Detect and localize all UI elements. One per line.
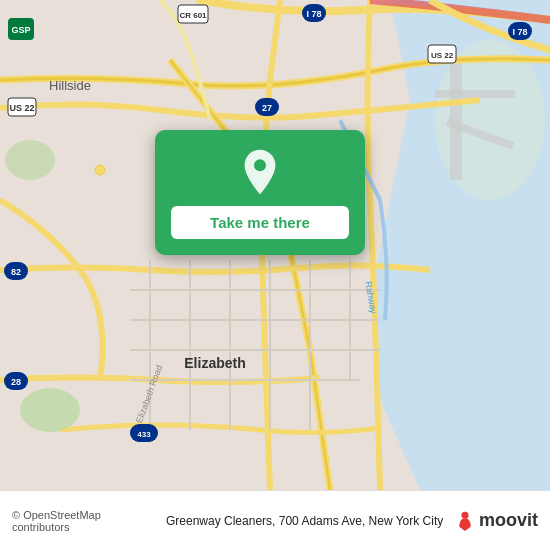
- svg-text:433: 433: [137, 430, 151, 439]
- map-container: GSP US 22 CR 601 I 78 I 78 US 22 27 82 2…: [0, 0, 550, 490]
- svg-point-42: [95, 165, 105, 175]
- svg-text:CR 601: CR 601: [179, 11, 207, 20]
- svg-text:Elizabeth: Elizabeth: [184, 355, 245, 371]
- svg-text:US 22: US 22: [9, 103, 34, 113]
- svg-text:27: 27: [262, 103, 272, 113]
- svg-text:GSP: GSP: [11, 25, 30, 35]
- svg-text:Hillside: Hillside: [49, 78, 91, 93]
- take-me-there-button[interactable]: Take me there: [171, 206, 349, 239]
- svg-text:28: 28: [11, 377, 21, 387]
- copyright-text: © OpenStreetMap contributors: [12, 509, 154, 533]
- moovit-logo: moovit: [455, 510, 538, 531]
- svg-point-43: [254, 159, 266, 171]
- moovit-brand-icon: [455, 511, 475, 531]
- location-pin-icon: [236, 148, 284, 196]
- svg-point-41: [5, 140, 55, 180]
- svg-point-44: [461, 511, 468, 518]
- svg-rect-4: [435, 90, 515, 98]
- popup-card: Take me there: [155, 130, 365, 255]
- svg-text:I 78: I 78: [306, 9, 321, 19]
- svg-point-40: [20, 388, 80, 432]
- svg-text:I 78: I 78: [512, 27, 527, 37]
- bottom-bar: © OpenStreetMap contributors Greenway Cl…: [0, 490, 550, 550]
- svg-text:US 22: US 22: [431, 51, 454, 60]
- svg-text:82: 82: [11, 267, 21, 277]
- location-info: Greenway Cleaners, 700 Adams Ave, New Yo…: [162, 514, 447, 528]
- moovit-brand-text: moovit: [479, 510, 538, 531]
